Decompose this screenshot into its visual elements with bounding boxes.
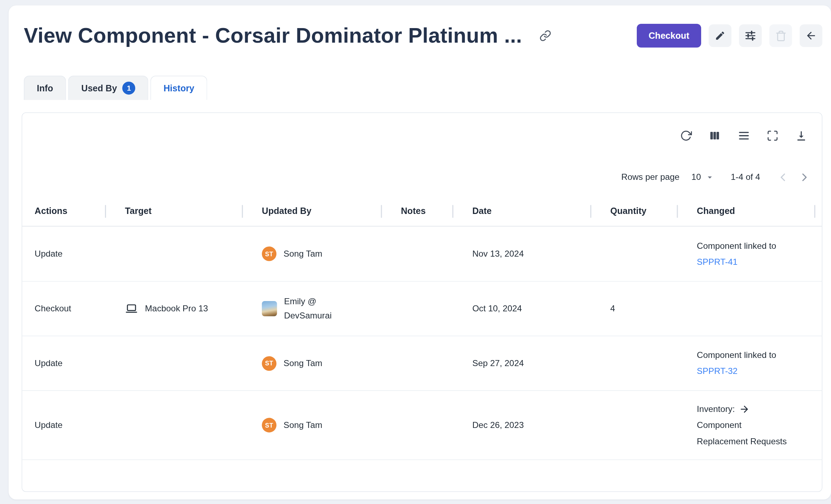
trash-icon	[775, 30, 787, 41]
pencil-icon	[715, 30, 725, 41]
header-actions: Checkout	[637, 24, 822, 48]
table-row: Update ST Song Tam Sep 27, 2024 Componen…	[22, 336, 822, 391]
cell-updated-by: ST Song Tam	[243, 336, 382, 390]
tab-used-by[interactable]: Used By 1	[68, 76, 148, 100]
pagination-range: 1-4 of 4	[731, 172, 760, 182]
back-button[interactable]	[800, 24, 822, 47]
changed-text: Component linked to	[697, 347, 776, 363]
tab-info-label: Info	[37, 83, 53, 93]
cell-notes	[382, 391, 454, 460]
avatar: ST	[262, 356, 276, 370]
rows-per-page-select[interactable]: 10	[692, 172, 715, 182]
fullscreen-button[interactable]	[767, 130, 778, 141]
avatar: ST	[262, 418, 276, 433]
table-row: Update ST Song Tam Nov 13, 2024 Componen…	[22, 226, 822, 282]
tab-info[interactable]: Info	[24, 76, 66, 100]
arrow-left-icon	[805, 30, 817, 42]
cell-quantity	[591, 336, 678, 390]
cell-target: Macbook Pro 13	[106, 282, 243, 336]
checkout-button[interactable]: Checkout	[637, 24, 701, 48]
caret-down-icon	[705, 172, 714, 182]
tab-history[interactable]: History	[150, 76, 207, 100]
density-icon	[737, 129, 751, 142]
columns-button[interactable]	[708, 129, 721, 142]
cell-quantity	[591, 391, 678, 460]
density-button[interactable]	[737, 129, 751, 142]
changed-text: Inventory:	[697, 401, 750, 417]
edit-button[interactable]	[709, 24, 731, 47]
cell-action: Update	[22, 391, 106, 460]
table-row: Update ST Song Tam Dec 26, 2023 Inventor…	[22, 391, 822, 460]
cell-action: Update	[22, 336, 106, 390]
cell-target	[106, 226, 243, 281]
updated-by-name: Song Tam	[284, 418, 322, 432]
pagination-bar: Rows per page 10 1-4 of 4	[22, 159, 822, 196]
cell-quantity: 4	[591, 282, 678, 336]
next-page-button[interactable]	[794, 166, 815, 188]
cell-notes	[382, 226, 454, 281]
column-header-updated-by[interactable]: Updated By	[243, 196, 382, 226]
download-icon	[795, 129, 808, 142]
avatar-photo	[262, 301, 277, 316]
chevron-right-icon	[798, 171, 811, 184]
cell-changed: Component linked to SPPRT-41	[678, 226, 822, 281]
customize-fields-button[interactable]	[739, 24, 762, 47]
arrow-right-icon	[739, 403, 750, 414]
column-header-actions[interactable]: Actions	[22, 196, 106, 226]
cell-date: Oct 10, 2024	[453, 282, 591, 336]
fullscreen-icon	[767, 130, 778, 141]
tab-history-label: History	[164, 83, 194, 93]
cell-action: Checkout	[22, 282, 106, 336]
refresh-button[interactable]	[680, 130, 692, 141]
column-header-quantity[interactable]: Quantity	[591, 196, 678, 226]
changed-link[interactable]: SPPRT-41	[697, 254, 738, 270]
table-row: Checkout Macbook Pro 13 Emily @ DevSamur…	[22, 282, 822, 336]
columns-icon	[708, 129, 721, 142]
column-header-notes[interactable]: Notes	[382, 196, 454, 226]
title-wrap: View Component - Corsair Dominator Plati…	[24, 20, 551, 52]
target-name[interactable]: Macbook Pro 13	[145, 304, 208, 313]
cell-updated-by: ST Song Tam	[243, 226, 382, 281]
copy-link-icon[interactable]	[539, 30, 551, 42]
rows-per-page-label: Rows per page	[621, 172, 679, 182]
table-footer-empty	[22, 460, 822, 492]
main-panel: View Component - Corsair Dominator Plati…	[9, 5, 831, 499]
previous-page-button[interactable]	[772, 166, 794, 188]
delete-button[interactable]	[769, 24, 792, 47]
column-header-changed[interactable]: Changed	[678, 196, 822, 226]
sliders-icon	[745, 30, 756, 42]
cell-changed: Component linked to SPPRT-32	[678, 336, 822, 390]
cell-notes	[382, 336, 454, 390]
cell-updated-by: ST Song Tam	[243, 391, 382, 460]
changed-target-line: Component	[697, 417, 742, 433]
cell-date: Nov 13, 2024	[453, 226, 591, 281]
rows-per-page-value: 10	[692, 172, 701, 182]
refresh-icon	[680, 130, 692, 141]
cell-changed: Inventory: Component Replacement Request…	[678, 391, 822, 460]
grid-toolbar	[22, 113, 822, 159]
page-header: View Component - Corsair Dominator Plati…	[9, 5, 831, 52]
tab-bar: Info Used By 1 History	[24, 76, 831, 100]
table-header-row: Actions Target Updated By Notes Date Qua…	[22, 196, 822, 226]
page-title: View Component - Corsair Dominator Plati…	[24, 20, 522, 52]
cell-quantity	[591, 226, 678, 281]
changed-link[interactable]: SPPRT-32	[697, 363, 738, 380]
used-by-count-badge: 1	[122, 82, 136, 95]
changed-target-line: Replacement Requests	[697, 433, 787, 450]
laptop-icon	[125, 302, 138, 315]
updated-by-name: Song Tam	[284, 247, 322, 261]
column-header-target[interactable]: Target	[106, 196, 243, 226]
cell-target	[106, 391, 243, 460]
download-button[interactable]	[795, 129, 808, 142]
cell-action: Update	[22, 226, 106, 281]
cell-date: Sep 27, 2024	[453, 336, 591, 390]
app-viewport: View Component - Corsair Dominator Plati…	[0, 0, 831, 504]
cell-target	[106, 336, 243, 390]
cell-updated-by: Emily @ DevSamurai	[243, 282, 382, 336]
cell-notes	[382, 282, 454, 336]
column-header-date[interactable]: Date	[453, 196, 591, 226]
avatar: ST	[262, 246, 276, 261]
chevron-left-icon	[776, 171, 789, 184]
updated-by-name: Emily @ DevSamurai	[284, 295, 344, 323]
history-card: Rows per page 10 1-4 of 4	[22, 112, 822, 492]
